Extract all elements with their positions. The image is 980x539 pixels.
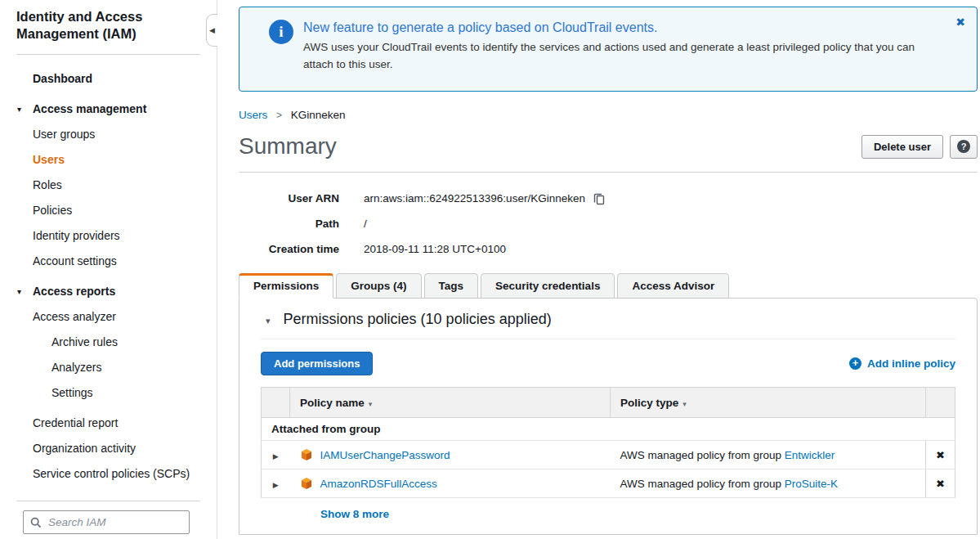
policy-name-header-label: Policy name bbox=[300, 397, 365, 409]
banner-text: New feature to generate a policy based o… bbox=[303, 20, 944, 91]
creation-time-label: Creation time bbox=[239, 243, 339, 255]
sidebar-collapse-button[interactable]: ◀ bbox=[206, 14, 217, 47]
policy-icon bbox=[300, 448, 313, 461]
breadcrumb: Users > KGinneken bbox=[239, 109, 978, 121]
path-value: / bbox=[364, 218, 367, 230]
policy-table: Policy name▾ Policy type▾ Attached from … bbox=[261, 387, 955, 532]
iam-console: Identity and Access Management (IAM) Das… bbox=[0, 0, 980, 539]
sidebar: Identity and Access Management (IAM) Das… bbox=[0, 0, 217, 539]
question-mark-icon: ? bbox=[957, 140, 970, 153]
info-banner: i New feature to generate a policy based… bbox=[239, 7, 978, 92]
show-more-link[interactable]: Show 8 more bbox=[320, 508, 389, 520]
info-icon: i bbox=[269, 20, 293, 44]
sidebar-item-archive-rules[interactable]: Archive rules bbox=[0, 330, 217, 355]
detail-row-creation-time: Creation time 2018-09-11 11:28 UTC+0100 bbox=[239, 236, 978, 262]
policy-name-cell: IAMUserChangePassword bbox=[290, 441, 611, 469]
sort-caret-icon: ▾ bbox=[369, 400, 373, 408]
policy-name-link[interactable]: IAMUserChangePassword bbox=[320, 449, 450, 461]
detach-policy-button[interactable]: ✖ bbox=[926, 469, 955, 498]
help-button[interactable]: ? bbox=[950, 135, 978, 159]
close-icon[interactable]: ✖ bbox=[955, 16, 965, 29]
path-label: Path bbox=[239, 218, 339, 230]
show-more-row: Show 8 more bbox=[262, 498, 955, 532]
sidebar-item-identity-providers[interactable]: Identity providers bbox=[0, 223, 217, 249]
chevron-right-icon: ▶ bbox=[273, 452, 279, 460]
sidebar-item-access-reports[interactable]: ▾Access reports bbox=[0, 279, 217, 304]
page-header: Summary Delete user ? bbox=[239, 133, 978, 159]
sidebar-item-dashboard[interactable]: Dashboard bbox=[0, 66, 217, 92]
detail-row-path: Path / bbox=[239, 211, 978, 236]
sidebar-item-user-groups[interactable]: User groups bbox=[0, 122, 217, 147]
banner-title: New feature to generate a policy based o… bbox=[303, 20, 944, 35]
group-link[interactable]: ProSuite-K bbox=[785, 478, 838, 490]
sidebar-divider-bottom bbox=[16, 501, 200, 501]
permissions-panel: ▾ Permissions policies (10 policies appl… bbox=[239, 298, 978, 535]
sidebar-item-roles[interactable]: Roles bbox=[0, 173, 217, 198]
detail-row-arn: User ARN arn:aws:iam::624922513396:user/… bbox=[239, 186, 978, 211]
delete-user-button[interactable]: Delete user bbox=[861, 135, 943, 159]
copy-icon[interactable] bbox=[593, 192, 606, 205]
sidebar-content-divider bbox=[217, 0, 217, 539]
add-permissions-button[interactable]: Add permissions bbox=[261, 352, 373, 375]
user-details: User ARN arn:aws:iam::624922513396:user/… bbox=[239, 186, 978, 262]
sidebar-item-organization-activity[interactable]: Organization activity bbox=[0, 436, 217, 461]
sidebar-divider-top bbox=[16, 54, 200, 55]
sidebar-item-policies[interactable]: Policies bbox=[0, 198, 217, 223]
search-icon bbox=[30, 517, 42, 528]
policy-name-column-header[interactable]: Policy name▾ bbox=[290, 388, 611, 418]
chevron-down-icon: ▾ bbox=[17, 279, 21, 304]
policy-type-text: AWS managed policy from group bbox=[620, 449, 785, 461]
expand-row-button[interactable]: ▶ bbox=[262, 441, 290, 469]
tab-groups[interactable]: Groups (4) bbox=[336, 273, 421, 299]
sidebar-item-access-management[interactable]: ▾Access management bbox=[0, 97, 217, 122]
search-input[interactable] bbox=[48, 516, 179, 528]
tab-tags[interactable]: Tags bbox=[424, 273, 479, 299]
policy-icon bbox=[300, 477, 313, 490]
expand-column-header bbox=[262, 388, 290, 418]
sidebar-item-settings[interactable]: Settings bbox=[0, 380, 217, 406]
sidebar-item-account-settings[interactable]: Account settings bbox=[0, 249, 217, 274]
detach-policy-button[interactable]: ✖ bbox=[926, 441, 955, 469]
sidebar-item-access-analyzer[interactable]: Access analyzer bbox=[0, 304, 217, 330]
sidebar-item-label: Access reports bbox=[33, 285, 115, 298]
policy-table-header: Policy name▾ Policy type▾ bbox=[262, 388, 955, 418]
tab-access-advisor[interactable]: Access Advisor bbox=[617, 273, 729, 299]
add-inline-policy-label: Add inline policy bbox=[867, 357, 955, 370]
sidebar-nav: Dashboard ▾Access management User groups… bbox=[0, 66, 217, 487]
add-inline-policy-link[interactable]: + Add inline policy bbox=[849, 357, 955, 370]
table-row: ▶ IAMUserChangePassword AWS managed poli… bbox=[262, 441, 955, 469]
remove-column-header bbox=[926, 388, 955, 418]
table-row: ▶ AmazonRDSFullAccess AWS managed policy… bbox=[262, 469, 955, 498]
breadcrumb-separator: > bbox=[276, 110, 282, 121]
policy-type-column-header[interactable]: Policy type▾ bbox=[611, 388, 926, 418]
policy-type-cell: AWS managed policy from group ProSuite-K bbox=[611, 469, 926, 498]
sidebar-title: Identity and Access Management (IAM) bbox=[0, 0, 188, 43]
group-header-label: Attached from group bbox=[262, 418, 955, 441]
sidebar-item-scps[interactable]: Service control policies (SCPs) bbox=[0, 461, 217, 487]
breadcrumb-current: KGinneken bbox=[291, 109, 346, 121]
policy-type-header-label: Policy type bbox=[620, 397, 678, 409]
sidebar-item-label: Access management bbox=[33, 102, 146, 115]
sidebar-item-users[interactable]: Users bbox=[0, 147, 217, 173]
header-buttons: Delete user ? bbox=[861, 135, 978, 159]
sidebar-item-credential-report[interactable]: Credential report bbox=[0, 411, 217, 436]
chevron-down-icon: ▾ bbox=[17, 97, 21, 122]
sidebar-item-analyzers[interactable]: Analyzers bbox=[0, 355, 217, 380]
policy-name-link[interactable]: AmazonRDSFullAccess bbox=[320, 478, 437, 490]
tab-security-credentials[interactable]: Security credentials bbox=[481, 273, 615, 299]
chevron-right-icon: ▶ bbox=[273, 481, 279, 489]
arn-label: User ARN bbox=[239, 192, 339, 204]
tab-bar: Permissions Groups (4) Tags Security cre… bbox=[239, 273, 978, 299]
group-link[interactable]: Entwickler bbox=[785, 449, 835, 461]
page-title: Summary bbox=[239, 133, 337, 159]
chevron-down-icon[interactable]: ▾ bbox=[266, 316, 271, 326]
creation-time-value: 2018-09-11 11:28 UTC+0100 bbox=[364, 243, 506, 255]
arn-value: arn:aws:iam::624922513396:user/KGinneken bbox=[364, 192, 585, 204]
header-divider bbox=[239, 172, 978, 173]
expand-row-button[interactable]: ▶ bbox=[262, 469, 290, 498]
policy-type-cell: AWS managed policy from group Entwickler bbox=[611, 441, 926, 469]
policy-actions-row: Add permissions + Add inline policy bbox=[261, 352, 955, 375]
breadcrumb-users-link[interactable]: Users bbox=[239, 109, 267, 121]
tab-permissions[interactable]: Permissions bbox=[239, 273, 333, 299]
plus-icon: + bbox=[849, 357, 861, 370]
